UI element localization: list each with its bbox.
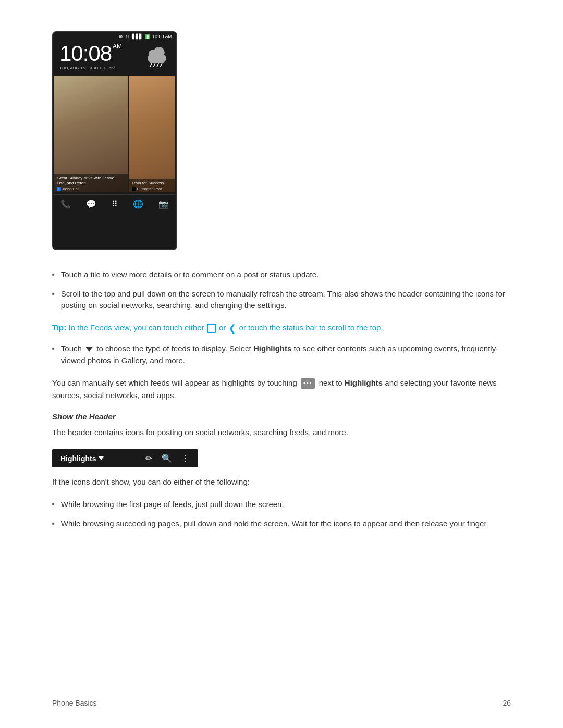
sub-bullet-1: While browsing the first page of feeds, … [52, 499, 511, 511]
footer-left: Phone Basics [52, 699, 97, 707]
tile2-label: Train for Success H Huffington Post [129, 179, 175, 192]
back-chevron-icon: ❮ [228, 324, 236, 333]
section-para: The header contains icons for posting on… [52, 426, 511, 439]
bullet-item-2: Scroll to the top and pull down on the s… [52, 288, 511, 312]
header-search-icon: 🔍 [162, 453, 172, 463]
phone-date: THU, AUG 15 | SEATTLE, 66° [59, 66, 122, 70]
tile1-label: Great Sunday drive with Jessie, Lisa, an… [54, 174, 128, 192]
tip-box: Tip: In the Feeds view, you can touch ei… [52, 322, 511, 334]
globe-icon: 🌐 [133, 199, 143, 209]
tip-label: Tip: [52, 323, 66, 332]
huffington-icon: H [132, 187, 136, 191]
svg-line-6 [161, 63, 162, 67]
tile-article[interactable]: Train for Success H Huffington Post [129, 76, 175, 192]
bullet3-mid: to choose the type of feeds to display. … [96, 344, 251, 353]
phone-clock-section: 10:08 AM THU, AUG 15 | SEATTLE, 66° [53, 41, 176, 75]
phone-clock-time: 10:08 [59, 43, 112, 65]
svg-line-5 [157, 63, 158, 67]
sub-bullet-2: While browsing succeeding pages, pull do… [52, 518, 511, 530]
svg-line-4 [153, 63, 155, 67]
phone-tiles: Great Sunday drive with Jessie, Lisa, an… [53, 75, 176, 194]
section-header: Show the Header [52, 412, 511, 421]
header-action-icons: ✏ 🔍 ⋮ [145, 453, 190, 463]
second-bullet-list: Touch to choose the type of feeds to dis… [52, 343, 511, 366]
home-square-icon [207, 324, 216, 333]
highlights-bold-1: Highlights [253, 344, 291, 353]
camera-icon: 📷 [158, 199, 169, 209]
after-header-para: If the icons don't show, you can do eith… [52, 476, 511, 488]
status-wifi-icon: ▋▋▋ [132, 34, 143, 39]
down-arrow-icon [85, 347, 93, 352]
status-signal-icon: ↑↓ [125, 34, 130, 39]
tip-or-1: or [219, 323, 226, 332]
three-dots-icon: ••• [301, 378, 315, 389]
svg-line-3 [150, 63, 152, 67]
status-time: 10:08 AM [152, 34, 172, 39]
message-icon: 💬 [86, 199, 96, 209]
tip-text: In the Feeds view, you can touch either [68, 323, 204, 332]
tip-text-3: or touch the status bar to scroll to the… [239, 323, 383, 332]
main-bullet-list: Touch a tile to view more details or to … [52, 269, 511, 312]
phone-clock-am: AM [113, 43, 122, 50]
svg-point-2 [153, 47, 164, 58]
highlights-bold-2: Highlights [345, 378, 383, 387]
header-bar-mockup: Highlights ✏ 🔍 ⋮ [52, 449, 198, 467]
para-highlights: You can manually set which feeds will ap… [52, 377, 511, 402]
facebook-icon: f [57, 187, 61, 191]
apps-icon: ⠿ [112, 199, 118, 209]
bullet-item-1: Touch a tile to view more details or to … [52, 269, 511, 281]
touch-label: Touch [61, 344, 82, 353]
sub-bullet-list: While browsing the first page of feeds, … [52, 499, 511, 529]
tile-social[interactable]: Great Sunday drive with Jessie, Lisa, an… [54, 76, 128, 192]
phone-bottom-bar: 📞 💬 ⠿ 🌐 📷 [53, 194, 176, 213]
phone-status-bar: ⊕ ↑↓ ▋▋▋ ▮ 10:08 AM [53, 32, 176, 41]
status-gps-icon: ⊕ [119, 34, 123, 39]
header-dropdown-icon [99, 456, 104, 460]
header-edit-icon: ✏ [145, 453, 152, 463]
phone-icon: 📞 [60, 199, 71, 209]
status-battery-icon: ▮ [145, 34, 150, 39]
weather-icon [144, 45, 170, 68]
page-footer: Phone Basics 26 [52, 699, 511, 707]
bullet-item-3: Touch to choose the type of feeds to dis… [52, 343, 511, 366]
header-highlights-label: Highlights [60, 454, 104, 463]
phone-screenshot: ⊕ ↑↓ ▋▋▋ ▮ 10:08 AM 10:08 AM THU, AUG 15… [52, 31, 177, 250]
header-more-icon: ⋮ [181, 453, 190, 463]
footer-right: 26 [503, 699, 511, 707]
page-content: ⊕ ↑↓ ▋▋▋ ▮ 10:08 AM 10:08 AM THU, AUG 15… [0, 0, 563, 582]
